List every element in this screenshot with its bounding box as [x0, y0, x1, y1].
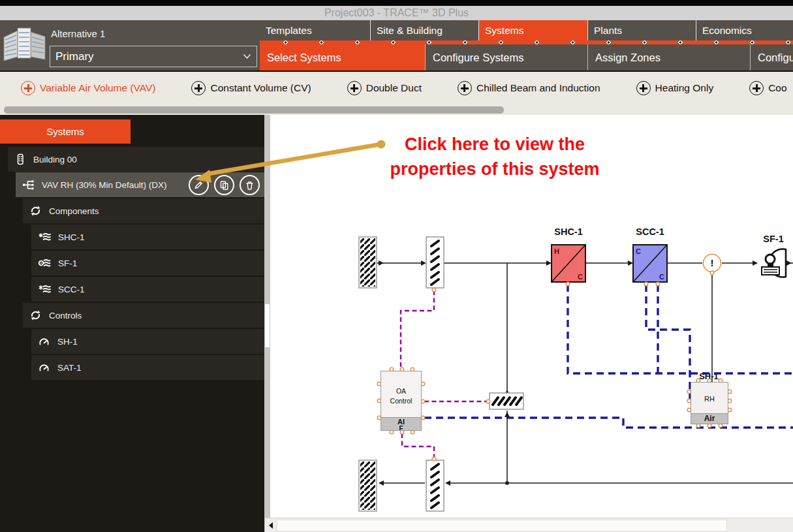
svg-text:C: C	[636, 247, 641, 255]
supply-fan-sf-1[interactable]	[762, 249, 786, 277]
sub-tabs: Select Systems Configure Systems Assign …	[260, 44, 793, 70]
copy-icon	[219, 180, 230, 191]
navy-control-lines	[424, 285, 793, 428]
tree-item-scc-1[interactable]: SCC-1	[31, 277, 264, 302]
air-strip-label: Air	[691, 413, 728, 424]
fan-small-icon	[38, 257, 51, 269]
heating-coil-shc-1[interactable]: H C	[552, 245, 585, 282]
oa-control-clipped-text: F	[381, 426, 421, 430]
sidebar-header-systems[interactable]: Systems	[0, 119, 131, 144]
toolbar-scrollbar[interactable]	[0, 104, 793, 115]
heating-coil-icon	[38, 231, 51, 243]
tree-item-label: SAT-1	[57, 363, 82, 373]
chevron-down-icon	[243, 54, 251, 59]
tree-item-label: SHC-1	[58, 232, 85, 242]
add-chilled-beam-button[interactable]: Chilled Beam and Induction	[458, 81, 600, 95]
plus-circle-icon	[21, 81, 35, 95]
oa-control-strip: AI F	[381, 417, 421, 430]
svg-text:C: C	[659, 273, 664, 281]
tab-systems[interactable]: Systems	[478, 20, 587, 40]
tree-group-components[interactable]: Components	[23, 198, 264, 223]
system-diagram-canvas[interactable]: H C SHC-1 C C SCC-1 !	[270, 115, 793, 532]
add-heating-only-button[interactable]: Heating Only	[636, 81, 714, 95]
tree-item-label: SF-1	[58, 258, 77, 268]
gauge-icon	[38, 336, 50, 347]
window-edge	[0, 0, 793, 6]
tree-item-building[interactable]: Building 00	[8, 147, 264, 172]
add-double-duct-button[interactable]: Double Duct	[347, 81, 422, 95]
canvas-scrollbar-thumb[interactable]	[277, 520, 727, 531]
alert-node[interactable]: !	[704, 255, 721, 272]
oa-control-box[interactable]: OA Control AI F	[381, 371, 422, 431]
system-branch-icon	[22, 179, 35, 191]
tree-item-label: VAV RH (30% Min Default) (DX)	[42, 180, 167, 190]
sf-label: SF-1	[763, 234, 783, 244]
annotation-caption: Click here to view the properties of thi…	[358, 132, 632, 181]
tab-economics[interactable]: Economics	[696, 20, 793, 40]
copy-system-button[interactable]	[214, 175, 234, 195]
cooling-coil-scc-1[interactable]: C C	[633, 245, 667, 282]
alternative-label: Alternative 1	[51, 28, 105, 39]
tree-item-label: Building 00	[33, 155, 77, 164]
tab-templates[interactable]: Templates	[260, 20, 370, 40]
tree-item-shc-1[interactable]: SHC-1	[31, 225, 264, 249]
add-cooling-only-button-clipped[interactable]: Coo	[749, 81, 786, 95]
subtab-configure-systems[interactable]: Configure Systems	[425, 44, 587, 70]
tree-item-label: SCC-1	[58, 285, 85, 294]
tree-group-label: Components	[49, 206, 99, 216]
add-cv-system-button[interactable]: Constant Volume (CV)	[191, 81, 311, 95]
oa-control-label-line1: OA	[381, 386, 421, 396]
recirc-air-damper	[490, 393, 523, 409]
subtab-assign-zones[interactable]: Assign Zones	[587, 44, 750, 70]
main-tabs: Templates Site & Building Systems Plants…	[260, 20, 793, 40]
svg-text:H: H	[554, 247, 559, 255]
exhaust-air-louver	[359, 460, 377, 511]
alternative-dropdown[interactable]: Primary	[50, 46, 257, 67]
plus-circle-icon	[347, 81, 362, 95]
tab-plants[interactable]: Plants	[587, 20, 696, 40]
cycle-icon	[29, 205, 42, 217]
plus-circle-icon	[458, 81, 472, 95]
tree-item-system-vav-rh[interactable]: VAV RH (30% Min Default) (DX)	[16, 172, 264, 197]
scc-label: SCC-1	[636, 227, 664, 237]
tree-item-sat-1[interactable]: SAT-1	[31, 355, 264, 380]
subtab-configure-clipped[interactable]: Configu	[750, 44, 793, 70]
rh-label: RH	[691, 395, 728, 403]
outdoor-air-damper	[426, 237, 444, 288]
system-actions	[189, 175, 260, 195]
tree-group-controls[interactable]: Controls	[23, 303, 264, 328]
sidebar-scrollbar[interactable]	[264, 115, 270, 532]
cooling-coil-icon	[38, 283, 51, 295]
tab-site-building[interactable]: Site & Building	[370, 20, 478, 40]
oa-control-label-line2: Control	[381, 396, 421, 406]
tree-item-label: SH-1	[57, 337, 78, 347]
plus-circle-icon	[636, 81, 651, 95]
window-title: Project003 - TRACE™ 3D Plus	[324, 7, 469, 18]
sidebar-scrollbar-thumb[interactable]	[265, 304, 270, 347]
exhaust-air-damper	[426, 460, 444, 511]
trash-icon	[244, 180, 255, 191]
svg-text:C: C	[578, 273, 583, 281]
header-bar: Alternative 1 Primary Templates Site & B…	[0, 20, 793, 70]
tree-item-sf-1[interactable]: SF-1	[31, 251, 264, 275]
delete-system-button[interactable]	[240, 175, 260, 195]
tree-group-label: Controls	[49, 311, 82, 321]
shc-label: SHC-1	[554, 227, 583, 237]
tree-item-sh-1[interactable]: SH-1	[31, 329, 264, 354]
plus-circle-icon	[191, 81, 206, 95]
connection-ports	[377, 271, 732, 461]
alternative-dropdown-value: Primary	[55, 50, 243, 63]
pencil-icon	[193, 180, 204, 191]
outdoor-air-louver	[359, 237, 377, 288]
scroll-left-arrow[interactable]	[266, 520, 275, 530]
canvas-scrollbar[interactable]	[265, 518, 793, 532]
subtab-select-systems[interactable]: Select Systems	[260, 44, 425, 70]
building-3d-icon	[1, 22, 48, 66]
system-type-toolbar: Variable Air Volume (VAV) Constant Volum…	[0, 70, 793, 104]
gauge-icon	[38, 362, 50, 373]
trace-3d-plus-window: Project003 - TRACE™ 3D Plus Alternative …	[0, 0, 793, 532]
sh-1-control-box[interactable]: RH Air	[691, 382, 728, 424]
edit-system-button[interactable]	[189, 175, 209, 195]
toolbar-scrollbar-thumb[interactable]	[4, 106, 504, 114]
add-vav-system-button[interactable]: Variable Air Volume (VAV)	[21, 81, 155, 95]
